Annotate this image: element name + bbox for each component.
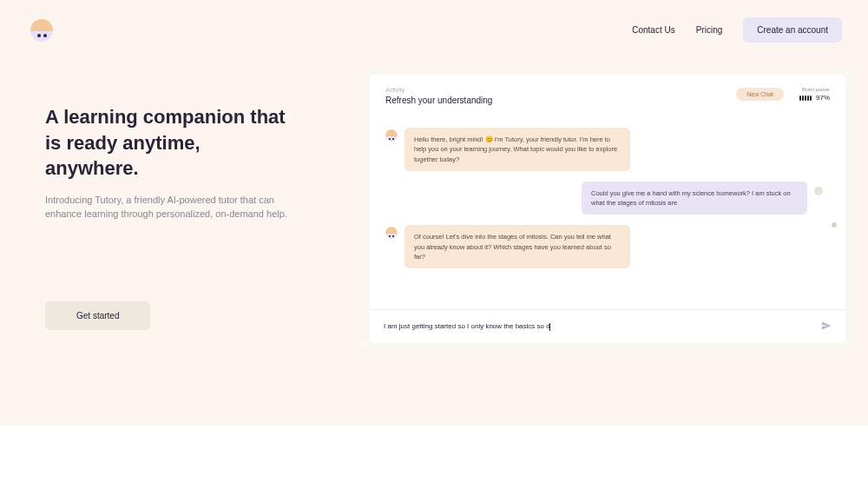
activity-label: Activity — [385, 87, 492, 93]
message-ai: Of course! Let's dive into the stages of… — [385, 225, 830, 268]
hero-subtitle: Introducing Tutory, a friendly AI-powere… — [45, 194, 297, 221]
scroll-indicator — [832, 222, 837, 228]
logo[interactable] — [30, 19, 53, 42]
messages: Hello there, bright mind! 😊 I'm Tutory, … — [385, 128, 830, 268]
brain-power-value: 97% — [816, 94, 830, 102]
brain-bars-icon — [799, 96, 812, 101]
new-chat-button[interactable]: New Chat — [736, 88, 784, 101]
activity-title: Refresh your understanding — [385, 96, 492, 105]
nav: Contact Us Pricing Create an account — [632, 17, 842, 43]
message-bubble: Could you give me a hand with my science… — [582, 182, 807, 215]
brain-power: Brain power 97% — [799, 87, 830, 102]
tutor-avatar-icon — [385, 129, 398, 142]
app-preview: Activity Refresh your understanding New … — [363, 68, 852, 350]
create-account-button[interactable]: Create an account — [743, 17, 842, 43]
nav-pricing[interactable]: Pricing — [696, 25, 723, 35]
hero-title: A learning companion that is ready anyti… — [45, 104, 297, 182]
message-bubble: Of course! Let's dive into the stages of… — [404, 225, 630, 268]
brain-power-label: Brain power — [799, 87, 830, 92]
hero: A learning companion that is ready anyti… — [45, 104, 297, 221]
user-avatar-icon — [814, 187, 823, 195]
nav-contact[interactable]: Contact Us — [632, 25, 674, 35]
chat-input-bar: I am just getting started so I only know… — [370, 309, 845, 343]
send-icon[interactable] — [821, 319, 832, 334]
chat-header: Activity Refresh your understanding New … — [385, 87, 830, 105]
chat-input[interactable]: I am just getting started so I only know… — [384, 322, 821, 330]
chat-panel: Activity Refresh your understanding New … — [370, 75, 845, 343]
get-started-button[interactable]: Get started — [45, 301, 150, 330]
tutor-avatar-icon — [385, 227, 398, 239]
message-ai: Hello there, bright mind! 😊 I'm Tutory, … — [385, 128, 830, 171]
message-user: Could you give me a hand with my science… — [385, 182, 830, 215]
header: Contact Us Pricing Create an account — [0, 0, 868, 43]
message-bubble: Hello there, bright mind! 😊 I'm Tutory, … — [404, 128, 630, 171]
